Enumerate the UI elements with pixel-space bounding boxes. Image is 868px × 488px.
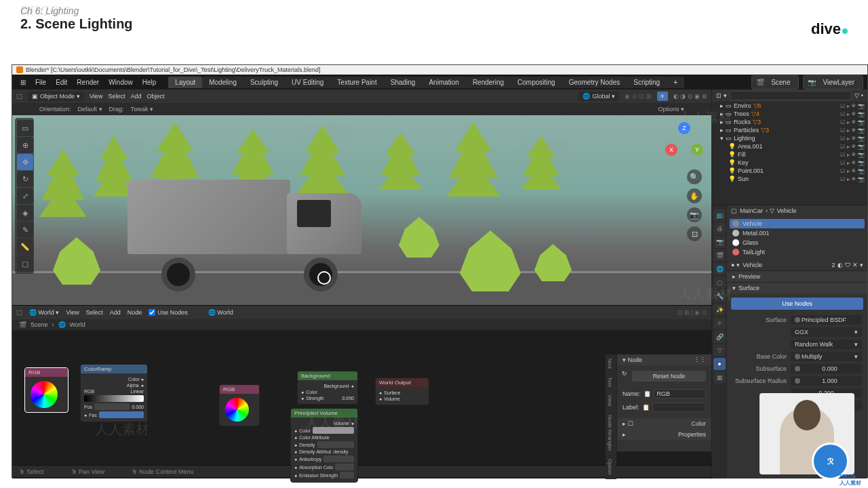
sss-radius-x[interactable]: 1.000 bbox=[791, 376, 862, 386]
viewlayer-selector[interactable]: 📷 ViewLayer bbox=[803, 75, 863, 89]
tab-geonodes[interactable]: Geometry Nodes bbox=[562, 77, 627, 88]
mat-slot-taillight[interactable]: TailLight bbox=[730, 247, 865, 257]
vp-object[interactable]: Object bbox=[146, 93, 164, 100]
zoom-icon[interactable]: 🔍 bbox=[687, 169, 702, 184]
n-panel-node-header[interactable]: ▾ Node⋮⋮ bbox=[617, 354, 711, 365]
world-dropdown[interactable]: 🌐 World ▾ bbox=[29, 309, 59, 316]
outliner-row-partticles[interactable]: ▸ ▭ Partticles ▽3☑ ▸ 👁 📷 bbox=[712, 126, 867, 134]
mat-slot-glass[interactable]: Glass bbox=[730, 238, 865, 247]
node-principled-volume[interactable]: Principled Volume Volume ● ● Color ● Col… bbox=[290, 408, 358, 483]
outliner-search[interactable] bbox=[730, 91, 852, 100]
node-breadcrumb[interactable]: 🎬Scene› 🌐World bbox=[12, 319, 711, 330]
persp-icon[interactable]: ⊡ bbox=[687, 226, 702, 241]
ptab-scene[interactable]: 🎬 bbox=[713, 249, 726, 262]
orientation-dropdown[interactable]: Default ▾ bbox=[78, 106, 102, 113]
ptab-world[interactable]: 🌐 bbox=[713, 263, 726, 275]
ptab-constraint[interactable]: 🔗 bbox=[713, 331, 726, 343]
use-nodes-button[interactable]: Use Nodes bbox=[731, 298, 863, 310]
color-wheel-icon[interactable] bbox=[31, 381, 58, 408]
tool-move[interactable]: ✥ bbox=[17, 154, 33, 170]
nav-gizmo[interactable]: Z X Y bbox=[664, 122, 705, 163]
ptab-physics[interactable]: ⚛ bbox=[713, 317, 726, 329]
tool-select[interactable]: ▭ bbox=[17, 120, 33, 136]
3d-viewport[interactable]: ▭ ⊕ ✥ ↻ ⤢ ◈ ✎ 📏 ▢ Z X Y 🔍 ✋ bbox=[12, 115, 711, 305]
axis-x[interactable]: X bbox=[665, 144, 677, 156]
nav-icons[interactable]: 🔍 ✋ 📷 ⊡ bbox=[687, 169, 702, 241]
tab-texture[interactable]: Texture Paint bbox=[330, 77, 383, 88]
node-background[interactable]: Background Background ● ● Color ● Streng… bbox=[297, 371, 358, 405]
n-tab-node[interactable]: Nod bbox=[606, 354, 614, 373]
outliner[interactable]: ⊡ ▾ ▽ • ▸ ▭ Enviro ▽6☑ ▸ 👁 📷▸ ▭ Trees ▽4… bbox=[712, 89, 867, 205]
properties-tabs[interactable]: 📺 🖨 📷 🎬 🌐 ▢ 🔧 ✨ ⚛ 🔗 ▽ ● ▦ bbox=[712, 205, 727, 479]
n-tab-tool[interactable]: Tool bbox=[606, 373, 614, 391]
n-panel-color-header[interactable]: ▸ ☐ Color bbox=[617, 418, 711, 429]
ptab-view[interactable]: 📷 bbox=[713, 236, 726, 248]
distribution-dropdown[interactable]: GGX ▾ bbox=[791, 327, 862, 337]
node-label-input[interactable] bbox=[652, 403, 706, 412]
drag-dropdown[interactable]: Tweak ▾ bbox=[131, 106, 154, 113]
ptab-output[interactable]: 🖨 bbox=[713, 222, 726, 235]
tool-scale[interactable]: ⤢ bbox=[17, 188, 33, 204]
tool-cursor[interactable]: ⊕ bbox=[17, 137, 33, 153]
ptab-object[interactable]: ▢ bbox=[713, 277, 726, 289]
menu-window[interactable]: Window bbox=[104, 77, 137, 88]
n-tab-option[interactable]: Option bbox=[606, 455, 614, 479]
material-name-field[interactable]: ● ▾ Vehicle 2 ◐ 🛡 ✕ ▾ bbox=[727, 260, 867, 270]
outliner-row-lighting[interactable]: ▾ ▭ Lighting ☑ ▸ 👁 📷 bbox=[712, 134, 867, 142]
viewport-header[interactable]: ⬚ ▣ Object Mode ▾ View Select Add Object… bbox=[12, 89, 711, 103]
ptab-material[interactable]: ● bbox=[713, 358, 726, 370]
node-canvas[interactable]: RGB ColorRamp Color ● Alpha ● RGB Linear… bbox=[12, 330, 711, 465]
n-tab-nodewrangler[interactable]: Node Wrangler bbox=[606, 411, 614, 455]
node-world-output[interactable]: World Output ● Surface ● Volume bbox=[375, 378, 429, 405]
pan-icon[interactable]: ✋ bbox=[687, 188, 702, 203]
camera-icon[interactable]: 📷 bbox=[687, 207, 702, 222]
outliner-row-trees[interactable]: ▸ ▭ Trees ▽4☑ ▸ 👁 📷 bbox=[712, 110, 867, 118]
n-panel-properties-header[interactable]: ▸ Properties bbox=[617, 429, 711, 440]
color-wheel-icon[interactable] bbox=[225, 398, 249, 422]
outliner-row-area.001[interactable]: 💡 Area.001 ☑ ▸ 👁 📷 bbox=[712, 142, 867, 150]
axis-y[interactable]: Y bbox=[691, 144, 703, 156]
tab-shading[interactable]: Shading bbox=[384, 77, 422, 88]
ne-select[interactable]: Select bbox=[86, 309, 103, 316]
menu-help[interactable]: Help bbox=[138, 77, 161, 88]
node-colorramp[interactable]: ColorRamp Color ● Alpha ● RGB Linear Pos… bbox=[80, 364, 148, 422]
ptab-particle[interactable]: ✨ bbox=[713, 304, 726, 316]
menu-file[interactable]: File bbox=[31, 77, 50, 88]
material-slot-list[interactable]: Vehicle Metal.001 Glass TailLight bbox=[727, 216, 867, 260]
ne-node[interactable]: Node bbox=[127, 309, 142, 316]
blender-menu-icon[interactable]: ⊞ bbox=[16, 77, 30, 88]
tab-compositing[interactable]: Compositing bbox=[511, 77, 562, 88]
tool-shelf[interactable]: ▭ ⊕ ✥ ↻ ⤢ ◈ ✎ 📏 ▢ bbox=[15, 118, 34, 274]
surface-section[interactable]: ▾ Surface bbox=[727, 283, 867, 293]
mat-slot-vehicle[interactable]: Vehicle bbox=[730, 219, 865, 228]
tool-rotate[interactable]: ↻ bbox=[17, 171, 33, 187]
node-n-panel[interactable]: ▾ Node⋮⋮ ↻Reset Node Name: 📋 Label: 📋 ▸ … bbox=[616, 354, 711, 451]
ptab-render[interactable]: 📺 bbox=[713, 209, 726, 221]
tab-sculpting[interactable]: Sculpting bbox=[243, 77, 285, 88]
outliner-header[interactable]: ⊡ ▾ ▽ • bbox=[712, 89, 867, 102]
ptab-texture[interactable]: ▦ bbox=[713, 371, 726, 384]
top-menu-bar[interactable]: ⊞ File Edit Render Window Help Layout Mo… bbox=[12, 75, 867, 89]
n-tab-view[interactable]: View bbox=[606, 390, 614, 410]
menu-edit[interactable]: Edit bbox=[52, 77, 71, 88]
node-rgb-2[interactable]: RGB bbox=[219, 384, 260, 426]
tab-layout[interactable]: Layout bbox=[168, 77, 202, 88]
tool-addcube[interactable]: ▢ bbox=[17, 256, 33, 272]
node-header[interactable]: ⬚ 🌐 World ▾ View Select Add Node Use Nod… bbox=[12, 306, 711, 319]
vp-view[interactable]: View bbox=[90, 93, 102, 100]
tab-modeling[interactable]: Modeling bbox=[202, 77, 243, 88]
editor-type-icon[interactable]: ⬚ bbox=[16, 309, 22, 316]
ptab-data[interactable]: ▽ bbox=[713, 344, 726, 357]
object-mode-dropdown[interactable]: ▣ Object Mode ▾ bbox=[28, 92, 84, 101]
node-editor[interactable]: ⬚ 🌐 World ▾ View Select Add Node Use Nod… bbox=[12, 305, 711, 479]
outliner-row-rocks[interactable]: ▸ ▭ Rocks ▽3☑ ▸ 👁 📷 bbox=[712, 118, 867, 126]
tool-measure[interactable]: 📏 bbox=[17, 239, 33, 255]
tool-transform[interactable]: ◈ bbox=[17, 205, 33, 221]
outliner-row-sun[interactable]: 💡 Sun ☑ ▸ 👁 📷 bbox=[712, 175, 867, 183]
ptab-modifier[interactable]: 🔧 bbox=[713, 290, 726, 302]
n-panel-tabs[interactable]: Nod Tool View Node Wrangler Option bbox=[606, 354, 616, 479]
reset-node-button[interactable]: Reset Node bbox=[632, 371, 706, 382]
outliner-row-point.001[interactable]: 💡 Point.001 ☑ ▸ 👁 📷 bbox=[712, 167, 867, 175]
tab-scripting[interactable]: Scripting bbox=[627, 77, 667, 88]
prop-breadcrumb[interactable]: ▢ MainCar › ▽ Vehicle bbox=[727, 205, 867, 216]
